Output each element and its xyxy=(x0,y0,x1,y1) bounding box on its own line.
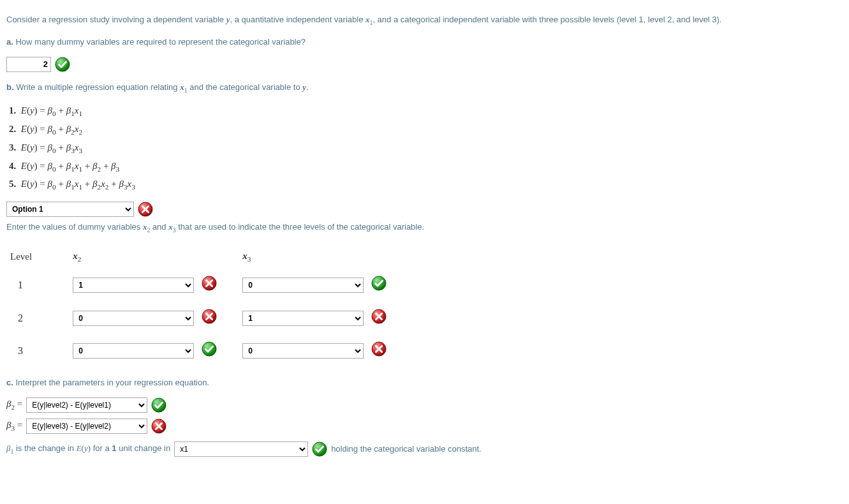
beta2-label: β2 = xyxy=(6,397,22,413)
check-icon xyxy=(202,341,217,357)
check-icon xyxy=(371,276,387,291)
check-icon xyxy=(151,397,166,413)
beta2-row: β2 = E(y|level2) - E(y|level1) xyxy=(6,397,843,413)
cross-icon xyxy=(202,309,217,324)
cross-icon xyxy=(371,341,387,357)
cross-icon xyxy=(202,276,217,291)
table-row: 2 0 1 xyxy=(9,302,410,334)
col-level: Level xyxy=(9,245,70,269)
col-x2: x2 xyxy=(71,245,199,269)
x2-select[interactable]: 0 xyxy=(73,311,194,326)
part-a-question: a. How many dummy variables are required… xyxy=(6,36,843,48)
part-a-input[interactable] xyxy=(6,57,51,72)
equation-option: E(y) = β0 + β2x2 xyxy=(9,122,843,138)
table-row: 3 0 0 xyxy=(9,335,410,367)
check-icon xyxy=(312,441,327,457)
equation-option: E(y) = β0 + β1x1 + β2x2 + β3x3 xyxy=(9,177,843,193)
x3-select[interactable]: 0 xyxy=(242,343,364,359)
beta3-row: β3 = E(y|level3) - E(y|level2) xyxy=(6,418,843,434)
beta1-select[interactable]: x1 xyxy=(174,441,308,457)
cross-icon xyxy=(151,419,166,434)
equation-select[interactable]: Option 1 xyxy=(6,202,134,217)
x2-select[interactable]: 1 xyxy=(73,278,194,293)
beta1-row: β1 is the change in E(y) for a 1 unit ch… xyxy=(6,441,843,457)
beta2-select[interactable]: E(y|level2) - E(y|level1) xyxy=(26,397,147,413)
check-icon xyxy=(55,57,70,72)
col-x3: x3 xyxy=(241,245,369,269)
beta3-label: β3 = xyxy=(6,418,22,434)
intro-text: Consider a regression study involving a … xyxy=(6,13,843,27)
equation-option: E(y) = β0 + β1x1 + β2 + β3 xyxy=(9,159,843,175)
x3-select[interactable]: 1 xyxy=(242,311,364,326)
dummy-instruction: Enter the values of dummy variables x2 a… xyxy=(6,221,843,235)
x3-select[interactable]: 0 xyxy=(242,278,364,293)
cross-icon xyxy=(371,309,387,324)
equation-option: E(y) = β0 + β3x3 xyxy=(9,140,843,156)
part-c-question: c. Interpret the parameters in your regr… xyxy=(6,376,843,389)
equation-option: E(y) = β0 + β1x1 xyxy=(9,103,843,119)
part-b-intro: b. Write a multiple regression equation … xyxy=(6,81,843,95)
dummy-table: Level x2 x3 1 1 0 2 0 1 3 0 0 xyxy=(8,244,411,368)
table-row: 1 1 0 xyxy=(9,269,410,301)
beta3-select[interactable]: E(y|level3) - E(y|level2) xyxy=(26,419,147,434)
x2-select[interactable]: 0 xyxy=(73,343,194,359)
cross-icon xyxy=(138,202,153,217)
equation-list: E(y) = β0 + β1x1 E(y) = β0 + β2x2 E(y) =… xyxy=(9,103,843,193)
